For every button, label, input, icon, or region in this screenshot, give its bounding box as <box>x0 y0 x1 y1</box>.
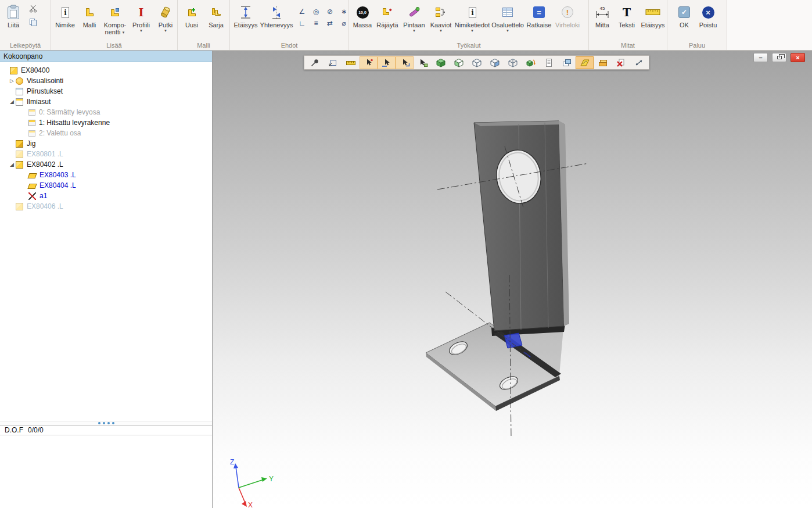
series-icon <box>211 3 221 22</box>
distance-constraint-button[interactable]: Etäisyys <box>232 2 260 28</box>
tree-item-label: Piirustukset <box>27 87 63 95</box>
diameter-constraint-icon[interactable]: ⌀ <box>337 18 350 28</box>
section-view-icon[interactable] <box>486 56 504 69</box>
dropdown-caret-icon[interactable]: ▼ <box>412 29 416 33</box>
viewport-3d[interactable]: – × <box>213 51 812 508</box>
coincidence-button[interactable]: Yhtenevyys <box>260 2 293 28</box>
copy-button[interactable] <box>27 17 39 29</box>
symmetry-constraint-icon[interactable]: ⇄ <box>324 18 336 28</box>
tangent-constraint-icon[interactable]: ⊘ <box>324 6 336 17</box>
component-button[interactable]: Kompo- nentti▼ <box>102 2 128 36</box>
copy-icon <box>29 18 37 28</box>
fix-constraint-icon[interactable]: ∗ <box>337 6 350 17</box>
dropdown-caret-icon[interactable]: ▼ <box>164 29 167 33</box>
explode-button[interactable]: Räjäytä <box>374 2 401 28</box>
concentric-constraint-icon[interactable]: ◎ <box>310 6 322 17</box>
tree-item-ex80403[interactable]: EX80403 .L <box>0 170 212 180</box>
tree-item-label: a1 <box>39 192 47 200</box>
tree-item-config-0[interactable]: 0: Särmätty levyosa <box>0 107 212 117</box>
item-button[interactable]: i Nimike <box>53 2 77 28</box>
dropdown-caret-icon[interactable]: ▼ <box>439 29 443 33</box>
configuration-icon <box>28 130 35 137</box>
restore-button[interactable] <box>772 53 786 62</box>
model-label: Malli <box>83 22 96 28</box>
tree-item-ex80406[interactable]: EX80406 .L <box>0 201 212 212</box>
assembly-panel-header: Kokoonpano <box>0 51 212 62</box>
tree-item-ex80400[interactable]: EX80400 <box>0 65 212 76</box>
sheets-icon[interactable] <box>594 56 612 69</box>
part-list-icon[interactable] <box>540 56 558 69</box>
close-button[interactable]: × <box>791 53 805 62</box>
model-button[interactable]: Malli <box>77 2 102 28</box>
sheet-part-icon <box>27 184 37 189</box>
angle-constraint-icon[interactable]: ∠ <box>296 6 308 17</box>
solid-view-icon[interactable] <box>432 56 450 69</box>
pick-part-icon[interactable] <box>414 56 432 69</box>
minimize-button[interactable]: – <box>753 53 768 62</box>
snap-free-icon[interactable] <box>360 56 378 69</box>
tree-item-ex80404[interactable]: EX80404 .L <box>0 180 212 191</box>
zoom-window-icon[interactable] <box>324 56 342 69</box>
item-label: Nimike <box>55 22 75 28</box>
text-button[interactable]: T Teksti <box>614 2 639 28</box>
axis-y-label: Y <box>269 475 274 483</box>
wireframe-view-icon[interactable] <box>504 56 522 69</box>
solve-icon: = <box>533 6 545 18</box>
diagrams-button[interactable]: Kaaviot ▼ <box>427 2 454 33</box>
layers-icon[interactable] <box>558 56 576 69</box>
new-button[interactable]: Uusi <box>179 2 204 28</box>
isometric-view-icon[interactable] <box>522 56 540 69</box>
tree-item-ex80402[interactable]: ◢ EX80402 .L <box>0 159 212 170</box>
workplane-icon[interactable] <box>576 56 594 69</box>
dropdown-caret-icon[interactable]: ▼ <box>121 31 125 34</box>
part-list-button[interactable]: Osaluettelo ▼ <box>490 2 525 33</box>
snap-corner-icon[interactable] <box>396 56 414 69</box>
group-label-model: Malli <box>178 42 229 49</box>
pipe-button[interactable]: Putki ▼ <box>154 2 177 33</box>
model-bracket-icon <box>84 3 95 22</box>
dropdown-caret-icon[interactable]: ▼ <box>139 29 143 33</box>
exit-button[interactable]: × Poistu <box>695 2 721 28</box>
selected-face-highlight[interactable] <box>504 333 522 348</box>
error-log-button[interactable]: ! Virheloki <box>553 2 582 28</box>
hidden-lines-view-icon[interactable] <box>468 56 486 69</box>
tree-item-piirustukset[interactable]: Piirustukset <box>0 86 212 96</box>
ok-label: OK <box>680 22 689 28</box>
tree-item-ilmiasut[interactable]: ◢ Ilmiasut <box>0 96 212 107</box>
tree-item-visualisointi[interactable]: ▷ Visualisointi <box>0 76 212 86</box>
dimension-button[interactable]: 45 Mitta <box>591 2 614 28</box>
tree-item-jig[interactable]: Jig <box>0 138 212 149</box>
tree-item-a1[interactable]: a1 <box>0 191 212 201</box>
profile-button[interactable]: I Profiili ▼ <box>128 2 154 33</box>
expander-collapsed-icon[interactable]: ▷ <box>8 78 16 84</box>
tree-item-config-2[interactable]: 2: Valettu osa <box>0 128 212 138</box>
pin-icon[interactable] <box>306 56 324 69</box>
solve-button[interactable]: = Ratkaise <box>525 2 553 28</box>
distance-measure-button[interactable]: Etäisyys <box>639 2 666 28</box>
scene-svg[interactable]: Z Y X <box>213 51 812 508</box>
to-surface-button[interactable]: Pintaan ▼ <box>401 2 427 33</box>
paste-button[interactable]: Liitä <box>2 2 25 28</box>
group-label-clipboard: Leikepöytä <box>0 42 51 49</box>
mass-button[interactable]: 10,0 Massa <box>351 2 374 28</box>
parallel-constraint-icon[interactable]: ≡ <box>310 18 322 28</box>
cut-button[interactable] <box>27 4 39 16</box>
snap-line-icon[interactable] <box>378 56 396 69</box>
delete-icon[interactable] <box>612 56 630 69</box>
dropdown-caret-icon[interactable]: ▼ <box>506 29 509 33</box>
perpendicular-constraint-icon[interactable]: ∟ <box>296 18 308 28</box>
expander-expanded-icon[interactable]: ◢ <box>8 162 16 167</box>
component-label-line1: Kompo- <box>104 22 127 28</box>
item-data-button[interactable]: i Nimiketiedot ▼ <box>454 2 490 33</box>
fit-view-icon[interactable] <box>630 56 648 69</box>
panel-splitter[interactable] <box>0 421 212 425</box>
measure-icon[interactable] <box>342 56 360 69</box>
series-button[interactable]: Sarja <box>204 2 228 28</box>
expander-expanded-icon[interactable]: ◢ <box>8 99 16 105</box>
tree-item-ex80801[interactable]: EX80801 .L <box>0 149 212 159</box>
shaded-edges-view-icon[interactable] <box>450 56 468 69</box>
tree-item-config-1[interactable]: 1: Hitsattu levyrakenne <box>0 117 212 128</box>
bracket-model[interactable] <box>426 121 569 411</box>
dropdown-caret-icon[interactable]: ▼ <box>470 29 474 33</box>
ok-button[interactable]: ✓ OK <box>673 2 695 28</box>
